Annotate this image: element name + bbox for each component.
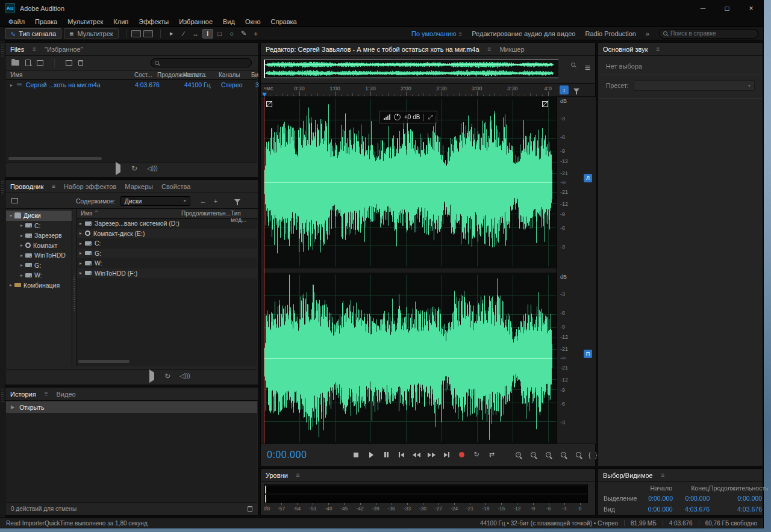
- menu-item[interactable]: Эффекты: [139, 18, 169, 25]
- browser-panel-menu-icon[interactable]: ≡: [52, 183, 55, 190]
- fade-in-handle[interactable]: [266, 101, 272, 107]
- gain-knob-icon[interactable]: [394, 114, 401, 120]
- files-search[interactable]: [151, 58, 252, 67]
- stop-icon[interactable]: [350, 450, 362, 460]
- tab-video[interactable]: Видео: [57, 391, 76, 398]
- workspace-radio-production[interactable]: Radio Production: [585, 30, 635, 37]
- workspace-menu-icon[interactable]: ≡: [458, 31, 462, 37]
- browser-loop-icon[interactable]: ↻: [164, 372, 170, 380]
- slip-tool-icon[interactable]: ↔: [190, 29, 201, 39]
- file-row[interactable]: ▸ ≈≈ Сергей ...хоть на миг.m4a 4:03.676 …: [6, 80, 257, 90]
- delete-file-icon[interactable]: [78, 60, 83, 66]
- list-item[interactable]: ▸ W:: [77, 258, 257, 268]
- history-trash-icon[interactable]: [248, 506, 252, 512]
- selview-panel-menu-icon[interactable]: ≡: [661, 472, 665, 478]
- maximize-icon[interactable]: □: [715, 0, 739, 16]
- preview-play-icon[interactable]: [116, 165, 120, 172]
- menu-item[interactable]: Файл: [8, 18, 25, 25]
- razor-tool-icon[interactable]: ∕: [178, 29, 189, 39]
- marquee-tool-icon[interactable]: □: [214, 29, 225, 39]
- tab-selection-view[interactable]: Выбор/Видимое: [603, 472, 653, 479]
- fast-forward-icon[interactable]: [425, 450, 437, 460]
- tree-item[interactable]: ▸ Компакт: [6, 241, 72, 251]
- history-item[interactable]: ▶ Открыть: [6, 401, 257, 413]
- browser-hscrollbar[interactable]: [78, 359, 256, 363]
- hud-pin-icon[interactable]: ⤢: [428, 114, 432, 121]
- tab-properties[interactable]: Свойства: [161, 183, 190, 190]
- overview-waveform[interactable]: [265, 60, 558, 78]
- move-tool-icon[interactable]: ▸: [166, 29, 177, 39]
- paintbrush-tool-icon[interactable]: ✎: [239, 29, 249, 39]
- workspace-more-icon[interactable]: »: [646, 30, 649, 37]
- menu-item[interactable]: Правка: [35, 18, 57, 25]
- tree-item[interactable]: ▸ W:: [6, 270, 72, 280]
- list-item[interactable]: ▸ WinToHDD (F:): [77, 268, 257, 279]
- menu-item[interactable]: Избранное: [179, 18, 213, 25]
- filter-icon[interactable]: [234, 199, 240, 203]
- add-shortcut-icon[interactable]: +: [214, 197, 217, 205]
- menu-item[interactable]: Справка: [271, 18, 297, 25]
- tab-editor[interactable]: Редактор: Сергей Завьялов - А мне с тобо…: [266, 46, 479, 53]
- tree-item[interactable]: ▸ C:: [6, 221, 72, 231]
- files-column-headers[interactable]: Имя⌃ Сост... Продолжительн... Частота Ка…: [6, 71, 257, 80]
- list-item[interactable]: ▸ C:: [77, 238, 257, 249]
- list-item[interactable]: ▸ Компакт-диск (E:): [77, 229, 257, 239]
- waveform-view-icon[interactable]: [131, 30, 141, 37]
- tab-effects-rack[interactable]: Набор эффектов: [64, 183, 116, 190]
- tab-favorites[interactable]: "Избранное": [45, 46, 83, 53]
- volume-hud[interactable]: +0 dB ⤢: [379, 111, 437, 123]
- waveform-mode-button[interactable]: ∿ Тип сигнала: [5, 28, 61, 39]
- left-channel-badge[interactable]: Л: [584, 174, 592, 182]
- tree-item[interactable]: ▸ WinToHDD: [6, 250, 72, 261]
- auto-play-icon[interactable]: ◁))): [147, 165, 158, 172]
- tree-item[interactable]: ▸ Комбинация: [6, 280, 72, 291]
- browser-play-icon[interactable]: [149, 373, 154, 380]
- playhead-line[interactable]: [264, 97, 264, 444]
- tab-browser[interactable]: Проводник: [10, 183, 43, 190]
- skip-to-start-icon[interactable]: [395, 450, 407, 460]
- essential-panel-menu-icon[interactable]: ≡: [656, 46, 660, 52]
- back-icon[interactable]: ←: [200, 197, 207, 205]
- tab-files[interactable]: Files: [10, 46, 24, 53]
- menu-item[interactable]: Клип: [113, 18, 128, 25]
- levels-panel-menu-icon[interactable]: ≡: [296, 472, 300, 478]
- workspace-default[interactable]: По умолчанию: [411, 30, 456, 37]
- lasso-tool-icon[interactable]: ○: [226, 29, 237, 39]
- ruler-settings-icon[interactable]: [573, 85, 579, 94]
- playhead-handle[interactable]: [262, 93, 267, 97]
- multitrack-mode-button[interactable]: ≣ Мультитрек: [64, 28, 119, 39]
- browser-list-headers[interactable]: Имя⌃ Продолжительн... Тип мед...: [77, 209, 257, 218]
- preset-dropdown[interactable]: ▾: [634, 80, 755, 91]
- close-icon[interactable]: ×: [739, 0, 763, 16]
- overview-selection[interactable]: [264, 60, 558, 78]
- zoom-in-icon[interactable]: +: [512, 450, 524, 460]
- time-display[interactable]: 0:00.000: [267, 450, 307, 460]
- record-icon[interactable]: [455, 450, 467, 460]
- play-icon[interactable]: [365, 450, 377, 460]
- files-panel-menu-icon[interactable]: ≡: [33, 46, 36, 52]
- vertical-zoom-icon[interactable]: ↕: [560, 85, 569, 94]
- minimize-icon[interactable]: ─: [691, 0, 715, 16]
- menu-item[interactable]: Вид: [223, 18, 235, 25]
- insert-multitrack-icon[interactable]: [66, 60, 72, 66]
- right-channel-badge[interactable]: П: [584, 350, 592, 358]
- zoom-out-icon[interactable]: −: [527, 450, 539, 460]
- tree-item[interactable]: ▾ Диски: [6, 211, 72, 221]
- import-file-icon[interactable]: [25, 60, 31, 66]
- browser-autoplay-icon[interactable]: ◁))): [179, 373, 190, 379]
- zoom-to-selection-icon[interactable]: [572, 450, 584, 460]
- help-search-input[interactable]: [670, 30, 754, 37]
- timeline-ruler[interactable]: чмс 0:301:001:302:002:303:003:304:0 ↕: [261, 83, 595, 97]
- tree-item[interactable]: ▸ Зарезерв: [6, 230, 72, 241]
- editor-panel-menu-icon[interactable]: ≡: [488, 46, 492, 52]
- spectral-view-icon[interactable]: [143, 30, 153, 37]
- loop-icon[interactable]: ↻: [470, 450, 482, 460]
- new-item-icon[interactable]: [37, 60, 43, 66]
- zoom-out-time-icon[interactable]: −: [557, 450, 569, 460]
- overview-zoom-icon[interactable]: [571, 63, 575, 67]
- files-hscrollbar[interactable]: [7, 156, 256, 161]
- tab-essential-sound[interactable]: Основной звук: [603, 46, 648, 53]
- tab-markers[interactable]: Маркеры: [125, 183, 153, 190]
- zoom-in-time-icon[interactable]: +: [542, 450, 554, 460]
- rewind-icon[interactable]: [410, 450, 422, 460]
